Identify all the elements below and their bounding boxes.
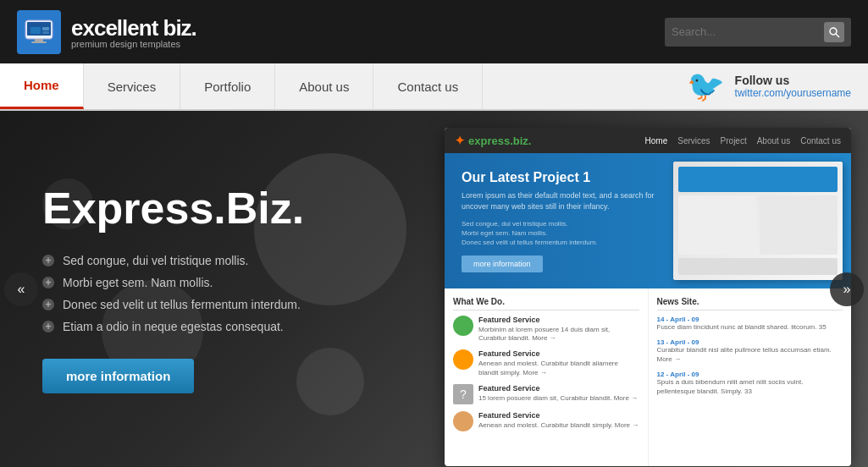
header: excellent biz. premium design templates — [0, 0, 868, 63]
hero-bullet-1: Sed congue, dui vel tristique mollis. — [42, 254, 347, 267]
nav-left: Home Services Portfolio About us Contact… — [0, 63, 483, 109]
news-item-1: 14 - April - 09 Fusce diam tincidunt nun… — [657, 316, 843, 332]
twitter-bird-icon: 🐦 — [687, 69, 725, 104]
service-icon-4 — [453, 411, 473, 431]
screenshot-news: News Site. 14 - April - 09 Fusce diam ti… — [649, 288, 852, 466]
svg-rect-6 — [42, 27, 49, 30]
screenshot-what-we-do: What We Do. Featured Service Morbinim at… — [445, 288, 649, 466]
prev-arrow[interactable]: « — [4, 272, 38, 306]
svg-rect-3 — [35, 39, 43, 41]
screenshot-nav: Home Services Project About us Contact u… — [645, 136, 841, 146]
follow-label: Follow us — [735, 74, 851, 87]
bullet-icon-3 — [42, 299, 54, 310]
nav-bar: Home Services Portfolio About us Contact… — [0, 63, 868, 111]
bullet-icon-2 — [42, 277, 54, 288]
bullet-icon-1 — [42, 255, 54, 266]
screenshot-service-3: ? Featured Service 15 lorem posuere diam… — [453, 384, 639, 404]
bullet-icon-4 — [42, 321, 54, 332]
screenshot-logo-icon: ✦ — [455, 134, 465, 147]
hero-section: « Express.Biz. Sed congue, dui vel trist… — [0, 111, 868, 467]
search-input[interactable] — [672, 25, 824, 38]
nav-item-about[interactable]: About us — [275, 63, 373, 109]
svg-rect-4 — [31, 41, 47, 43]
screenshot-service-4: Featured Service Aenean and molest. Cura… — [453, 411, 639, 431]
hero-screenshot: ✦ express.biz. Home Services Project Abo… — [445, 128, 851, 466]
next-arrow[interactable]: » — [830, 272, 864, 306]
more-info-button[interactable]: more information — [42, 359, 194, 393]
news-item-3: 12 - April - 09 Spuis a duis bibendum ni… — [657, 371, 843, 396]
screenshot-cta[interactable]: more information — [462, 255, 543, 272]
service-icon-3: ? — [453, 384, 473, 404]
nav-right: 🐦 Follow us twitter.com/yourusername — [670, 63, 868, 109]
service-icon-1 — [453, 316, 473, 336]
next-arrow-icon: » — [843, 282, 851, 297]
search-button[interactable] — [824, 22, 844, 42]
svg-point-8 — [830, 28, 837, 35]
nav-item-portfolio[interactable]: Portfolio — [180, 63, 275, 109]
svg-rect-5 — [30, 27, 41, 34]
screenshot-logo: ✦ express.biz. — [455, 134, 531, 147]
hero-bullet-4: Etiam a odio in neque egestas consequat. — [42, 320, 347, 333]
logo-icon — [17, 10, 61, 54]
screenshot-hero: Our Latest Project 1 Lorem ipsum as thei… — [445, 153, 851, 288]
follow-text: Follow us twitter.com/yourusername — [735, 74, 851, 99]
svg-line-9 — [836, 34, 839, 37]
tagline: premium design templates — [71, 39, 196, 49]
brand-name: excellent biz. — [71, 15, 196, 41]
logo-area: excellent biz. premium design templates — [17, 10, 196, 54]
svg-rect-7 — [42, 31, 49, 34]
hero-content: Express.Biz. Sed congue, dui vel tristiq… — [0, 151, 390, 426]
nav-item-contact[interactable]: Contact us — [373, 63, 483, 109]
hero-list: Sed congue, dui vel tristique mollis. Mo… — [42, 254, 347, 333]
news-item-2: 13 - April - 09 Curabitur blandit nisl a… — [657, 338, 843, 364]
logo-text: excellent biz. premium design templates — [71, 15, 196, 49]
screenshot-hero-list: Sed congue, dui vel tristique mollis. Mo… — [462, 220, 673, 246]
service-icon-2 — [453, 349, 473, 370]
twitter-link[interactable]: twitter.com/yourusername — [735, 87, 851, 99]
screenshot-preview-img — [673, 162, 843, 280]
prev-arrow-icon: « — [18, 282, 25, 297]
screenshot-header: ✦ express.biz. Home Services Project Abo… — [445, 128, 851, 153]
screenshot-service-2: Featured Service Aenean and molest. Cura… — [453, 349, 639, 376]
hero-bullet-2: Morbi eget sem. Nam mollis. — [42, 276, 347, 289]
screenshot-service-1: Featured Service Morbinim at lorem posue… — [453, 316, 639, 343]
screenshot-body: What We Do. Featured Service Morbinim at… — [445, 288, 851, 466]
hero-title: Express.Biz. — [42, 184, 347, 233]
hero-bullet-3: Donec sed velit ut tellus fermentum inte… — [42, 298, 347, 311]
nav-item-services[interactable]: Services — [84, 63, 181, 109]
search-area — [665, 18, 851, 47]
nav-item-home[interactable]: Home — [0, 63, 84, 109]
